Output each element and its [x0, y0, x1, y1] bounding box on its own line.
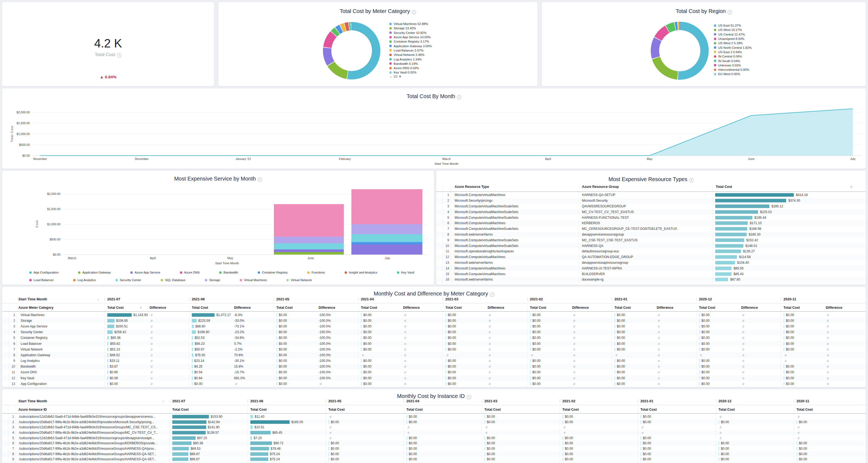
instance-id-cell[interactable]: /subscriptions/20d6a917-99fa-4b1b-9b2e-a… [19, 420, 166, 424]
table-row[interactable]: 2Microsoft.Security/pricingsMicrosoft.Se… [436, 198, 866, 204]
instance-id-cell[interactable]: /subscriptions/20d6a917-99fa-4b1b-9b2e-a… [19, 441, 166, 445]
meter-category-cell[interactable]: Azure DNS [21, 370, 102, 374]
meter-category-cell[interactable]: Container Registry [21, 336, 102, 340]
legend-item[interactable]: Security Center 10.82% [389, 31, 432, 35]
measure-header-difference[interactable]: Difference [741, 306, 758, 310]
resource-group-cell[interactable]: MC_CERESOURCEGROUP_CE-TEST-DONTDELETE_EA… [582, 227, 707, 231]
table-row[interactable]: 1Microsoft.Compute/virtualMachinesHARNES… [436, 192, 866, 198]
meter-donut-chart[interactable] [323, 22, 380, 80]
meter-category-cell[interactable]: Log Analytics [21, 359, 102, 363]
month-header[interactable]: 2020-11 [797, 399, 809, 403]
resource-group-cell[interactable]: HARNESS-UI-TEST-INFRA [582, 266, 707, 270]
month-header[interactable]: 2021-05 [276, 297, 289, 301]
month-header[interactable]: 2021-06 [250, 399, 263, 403]
legend-item[interactable]: Intercontinental 0.00% [714, 67, 751, 72]
legend-item[interactable]: US West 19.17% [714, 28, 751, 32]
instance-id-cell[interactable]: /subscriptions/12d2db62-5aa9-471d-84bb-f… [19, 436, 166, 440]
bar-segment[interactable] [351, 244, 422, 255]
month-header[interactable]: 2021-07 [107, 297, 120, 301]
bar-segment[interactable] [274, 243, 344, 250]
instance-id-cell[interactable]: /subscriptions/20d6a917-99fa-4b1b-9b2e-a… [19, 457, 166, 461]
measure-header-total-cost[interactable]: Total Cost [445, 306, 462, 310]
instance-id-cell[interactable]: /subscriptions/12d2db62-5aa9-471d-84bb-f… [19, 415, 166, 418]
bar-segment[interactable] [274, 250, 344, 252]
legend-item[interactable]: EU West 0.00% [714, 72, 751, 76]
table-row[interactable]: 8/subscriptions/20d6a917-99fa-4b1b-9b2e-… [2, 451, 866, 457]
bar-segment[interactable] [274, 237, 344, 243]
info-icon[interactable]: i [412, 10, 416, 15]
measure-header-difference[interactable]: Difference [488, 306, 504, 310]
legend-item[interactable]: Application Gateway 3.00% [389, 44, 432, 48]
table-row[interactable]: 7Virtual Network$52.13ø$50.97-2.2%$0.00-… [2, 346, 866, 352]
legend-item[interactable]: US Central 12.47% [714, 32, 751, 37]
legend-item[interactable]: Container Registry [258, 270, 288, 274]
month-header[interactable]: 2021-05 [328, 399, 341, 403]
table-row[interactable]: 6Microsoft.Compute/virtualMachinesKERBER… [436, 221, 866, 226]
table-row[interactable]: 7Microsoft.Compute/virtualMachineScaleSe… [436, 226, 866, 232]
table-row[interactable]: 13App Configuration$0.00ø$0.00ø$0.00ø$0.… [2, 381, 866, 386]
chevron-down-icon[interactable]: ∨ [140, 306, 142, 309]
measure-header-difference[interactable]: Difference [403, 306, 420, 310]
table-row[interactable]: 16microsoft.web/serverfarmsdocexample-rg… [436, 277, 866, 283]
table-row[interactable]: 3Azure App Service$330.51ø$88.80-73.1%$0… [2, 323, 866, 329]
resource-type-cell[interactable]: microsoft.web/serverfarms [455, 261, 574, 265]
meter-category-cell[interactable]: Load Balancer [21, 342, 102, 346]
table-row[interactable]: 8Application Gateway$46.52ø$79.3570.6%$0… [2, 352, 866, 358]
measure-header-difference[interactable]: Difference [150, 306, 166, 310]
month-header[interactable]: 2021-01 [614, 297, 627, 301]
legend-item[interactable]: Unassigned 8.93% [714, 37, 751, 41]
area-chart[interactable]: $0.00$500.00$1,000.00$1,500.00$2,000.00N… [2, 88, 866, 169]
meter-category-cell[interactable]: Key Vault [21, 376, 102, 380]
resource-type-cell[interactable]: Microsoft.Compute/virtualMachineScaleSet… [455, 210, 574, 214]
measure-header-total-cost[interactable]: Total Cost [328, 408, 345, 411]
month-header[interactable]: 2021-04 [361, 297, 374, 301]
table-row[interactable]: 10Microsoft.Compute/virtualMachineScaleS… [436, 243, 866, 249]
table-row[interactable]: 10Bandwidth$3.67ø$4.2515.8%$0.00-100.0%$… [2, 364, 866, 370]
info-icon[interactable]: i [117, 53, 121, 57]
legend-item[interactable]: Azure App Service 10.00% [389, 35, 432, 39]
measure-header-difference[interactable]: Difference [234, 306, 251, 310]
month-header[interactable]: 2020-12 [718, 399, 732, 403]
legend-item[interactable]: Virtual Network 2.46% [389, 53, 432, 57]
table-row[interactable]: 12Microsoft.Compute/virtualMachinesQA-AU… [436, 254, 866, 260]
legend-item[interactable]: US East 51.37% [714, 23, 751, 28]
table-row[interactable]: 6Load Balancer$55.82ø$56.230.7%$0.00-100… [2, 341, 866, 346]
table-row[interactable]: 5Container Registry$80.36ø$52.53-34.6%$0… [2, 335, 866, 341]
meter-category-cell[interactable]: Security Center [21, 330, 102, 334]
table-row[interactable]: 12Key Vault$0.08ø$0.64691.0%$0.00-100.0%… [2, 375, 866, 381]
table-row[interactable]: 10/subscriptions/20d6a917-99fa-4b1b-9b2e… [2, 462, 866, 463]
measure-header-total-cost[interactable]: Total Cost [641, 408, 657, 411]
resource-group-cell[interactable]: MC_CSE-TEST_CSE-TEST_EASTUS [582, 238, 707, 242]
row-dimension-header[interactable]: Start Time Month [19, 297, 47, 301]
legend-item[interactable]: Container Registry 3.17% [389, 39, 432, 44]
bar-segment[interactable] [274, 204, 344, 237]
table-row[interactable]: 9Microsoft.Compute/virtualMachineScaleSe… [436, 237, 866, 243]
table-row[interactable]: 3Microsoft.Compute/virtualMachineScaleSe… [436, 204, 866, 209]
month-header[interactable]: 2021-04 [406, 399, 420, 403]
pager-up-icon[interactable]: ▲ [389, 75, 392, 78]
month-header[interactable]: 2021-03 [445, 297, 458, 301]
legend-item[interactable]: Application Gateway [78, 270, 111, 274]
column-header[interactable]: Azure Resource Type [455, 185, 489, 189]
measure-header-total-cost[interactable]: Total Cost [562, 408, 579, 411]
table-row[interactable]: 9/subscriptions/20d6a917-99fa-4b1b-9b2e-… [2, 457, 866, 462]
legend-item[interactable]: Virtual Machines 52.88% [389, 22, 432, 26]
legend-item[interactable]: Bandwidth 0.19% [389, 61, 432, 66]
column-header[interactable]: Azure Meter Category [19, 306, 53, 310]
row-dimension-header[interactable]: Start Time Month [19, 399, 47, 403]
resource-type-cell[interactable]: Microsoft.Compute/virtualMachines [455, 221, 574, 225]
legend-item[interactable]: Azure DNS [180, 270, 200, 274]
resource-type-cell[interactable]: Microsoft.Compute/virtualMachines [455, 255, 574, 259]
region-donut-chart[interactable] [651, 22, 709, 80]
month-header[interactable]: 2020-12 [699, 297, 712, 301]
legend-item[interactable]: Unknown 0.03% [714, 63, 751, 67]
resource-group-cell[interactable]: QA-AUTOMATION-EDGE_GROUP [582, 255, 707, 259]
meter-category-cell[interactable]: App Configuration [21, 382, 102, 386]
measure-header-total-cost[interactable]: Total Cost [485, 408, 501, 411]
table-row[interactable]: 14Microsoft.Compute/virtualMachinesHARNE… [436, 265, 866, 271]
resource-group-cell[interactable]: HARNESS-QA-SETUP [582, 193, 707, 197]
meter-category-cell[interactable]: Application Gateway [21, 353, 102, 357]
resource-type-cell[interactable]: microsoft.web/serverfarms [455, 278, 574, 281]
instance-id-cell[interactable]: /subscriptions/20d6a917-99fa-4b1b-9b2e-a… [19, 431, 166, 435]
resource-group-cell[interactable]: devappserviceresourcegroup [582, 233, 707, 236]
